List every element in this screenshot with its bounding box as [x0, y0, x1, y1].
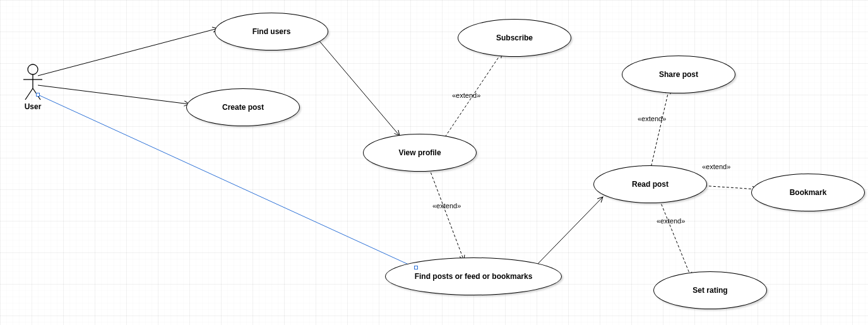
usecase-label: Find posts or feed or bookmarks [415, 272, 533, 281]
usecase-subscribe[interactable]: Subscribe [458, 19, 571, 57]
edge-readpost-sharepost[interactable] [650, 88, 669, 170]
usecase-label: Create post [222, 103, 264, 112]
usecase-read-post[interactable]: Read post [593, 165, 707, 203]
extend-label: «extend» [657, 217, 685, 225]
svg-line-3 [25, 88, 33, 100]
usecase-view-profile[interactable]: View profile [363, 134, 477, 172]
usecase-label: Find users [253, 27, 291, 36]
edge-user-createpost[interactable] [38, 85, 189, 104]
actor-label: User [18, 102, 48, 111]
edge-findusers-viewprofile[interactable] [316, 37, 400, 136]
usecase-find-posts[interactable]: Find posts or feed or bookmarks [385, 257, 562, 295]
usecase-bookmark[interactable]: Bookmark [751, 174, 865, 211]
edge-user-findusers[interactable] [38, 28, 218, 76]
actor-user[interactable]: User [18, 63, 48, 111]
selection-handle[interactable] [36, 93, 40, 97]
edge-viewprofile-findposts[interactable] [429, 168, 464, 261]
extend-label: «extend» [702, 163, 730, 170]
extend-label: «extend» [432, 202, 461, 210]
extend-label: «extend» [638, 115, 666, 122]
usecase-set-rating[interactable]: Set rating [653, 271, 767, 309]
usecase-create-post[interactable]: Create post [186, 88, 300, 126]
diagram-canvas[interactable]: User Find users Create post View profile… [0, 0, 868, 325]
svg-point-0 [28, 64, 38, 74]
selection-handle[interactable] [414, 266, 418, 269]
usecase-share-post[interactable]: Share post [622, 56, 735, 93]
user-icon [20, 63, 45, 101]
usecase-label: Share post [659, 70, 698, 79]
extend-label: «extend» [452, 92, 480, 99]
usecase-find-users[interactable]: Find users [215, 13, 328, 50]
edge-readpost-setrating[interactable] [660, 200, 691, 278]
usecase-label: Read post [632, 180, 669, 189]
usecase-label: View profile [398, 148, 441, 157]
edge-findposts-readpost[interactable] [537, 197, 603, 265]
usecase-label: Subscribe [496, 33, 533, 42]
usecase-label: Set rating [693, 286, 727, 295]
usecase-label: Bookmark [790, 188, 827, 197]
